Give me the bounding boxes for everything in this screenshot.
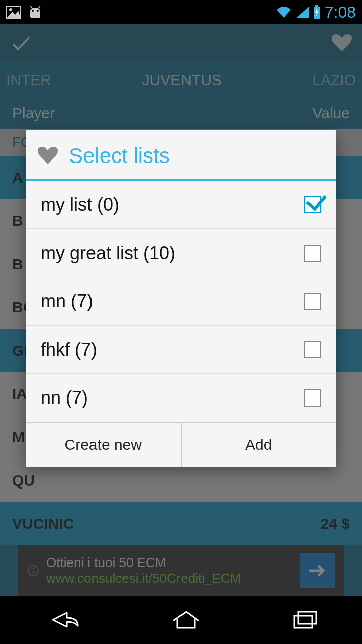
svg-rect-11: [294, 616, 312, 628]
status-time: 7:08: [325, 3, 356, 22]
list-item[interactable]: my great list (10): [26, 229, 336, 277]
list-container: my list (0) my great list (10) mn (7) fh…: [26, 181, 336, 422]
svg-line-4: [30, 6, 32, 8]
heart-icon: [38, 146, 58, 166]
checkbox[interactable]: [304, 293, 321, 310]
svg-point-2: [32, 10, 34, 12]
select-lists-dialog: Select lists my list (0) my great list (…: [26, 130, 336, 467]
svg-rect-7: [315, 5, 318, 7]
list-item-label: my great list (10): [41, 243, 175, 264]
svg-point-3: [37, 10, 39, 12]
battery-icon: [313, 5, 321, 19]
list-item[interactable]: nn (7): [26, 374, 336, 422]
list-item-label: my list (0): [41, 194, 119, 215]
signal-icon: [296, 6, 309, 19]
list-item-label: mn (7): [41, 291, 93, 312]
list-item[interactable]: my list (0): [26, 181, 336, 229]
checkbox[interactable]: [304, 245, 321, 262]
svg-point-1: [9, 8, 12, 11]
back-button[interactable]: [43, 609, 83, 631]
checkbox[interactable]: [304, 389, 321, 407]
home-button[interactable]: [168, 609, 204, 631]
status-bar: 7:08: [0, 0, 362, 24]
modal-overlay[interactable]: Select lists my list (0) my great list (…: [0, 24, 362, 596]
wifi-icon: [276, 6, 292, 19]
checkbox[interactable]: [304, 341, 321, 358]
android-icon: [27, 6, 43, 19]
checkbox[interactable]: [304, 196, 321, 213]
picture-icon: [6, 6, 21, 19]
dialog-buttons: Create new Add: [26, 422, 336, 467]
list-item[interactable]: fhkf (7): [26, 326, 336, 374]
dialog-title: Select lists: [69, 144, 170, 168]
list-item-label: nn (7): [41, 387, 88, 409]
list-item-label: fhkf (7): [41, 339, 97, 360]
add-button[interactable]: Add: [182, 423, 337, 467]
svg-rect-12: [298, 612, 316, 624]
list-item[interactable]: mn (7): [26, 277, 336, 326]
recent-button[interactable]: [289, 609, 319, 631]
svg-line-5: [39, 6, 40, 8]
dialog-header: Select lists: [26, 130, 336, 181]
create-new-button[interactable]: Create new: [26, 423, 182, 467]
nav-bar: [0, 596, 362, 644]
